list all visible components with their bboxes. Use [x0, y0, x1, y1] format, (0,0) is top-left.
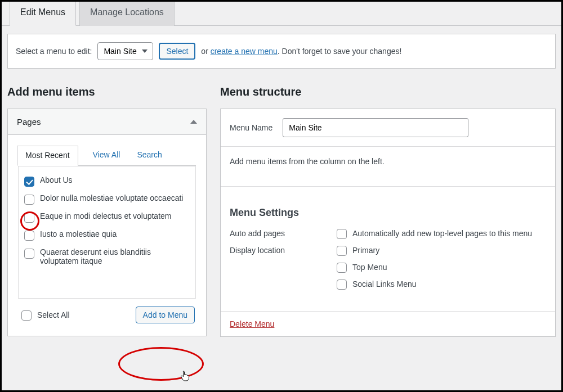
- caret-up-icon: [190, 120, 197, 124]
- location-social-checkbox[interactable]: [337, 280, 347, 290]
- menu-name-label: Menu Name: [230, 123, 272, 132]
- list-item[interactable]: Eaque in modi delectus et voluptatem: [22, 208, 192, 226]
- select-all-label: Select All: [37, 310, 70, 319]
- page-checkbox[interactable]: [24, 213, 34, 223]
- menu-settings-title: Menu Settings: [230, 207, 546, 219]
- select-bar-tail: or create a new menu. Don't forget to sa…: [201, 47, 401, 56]
- menu-structure-box: Menu Name Add menu items from the column…: [220, 109, 556, 337]
- select-all-checkbox[interactable]: [21, 310, 32, 321]
- subtab-view-all[interactable]: View All: [91, 146, 123, 166]
- menu-name-input[interactable]: [283, 118, 468, 137]
- page-checkbox[interactable]: [24, 231, 34, 241]
- pages-accordion: Pages Most Recent View All Search About …: [7, 109, 207, 336]
- menu-select-bar: Select a menu to edit: Main Site Select …: [7, 34, 556, 69]
- cursor-hand-icon: [180, 370, 190, 384]
- display-location-label: Display location: [230, 245, 337, 255]
- location-topmenu-checkbox[interactable]: [337, 263, 347, 273]
- create-new-menu-link[interactable]: create a new menu: [211, 47, 278, 56]
- add-to-menu-button[interactable]: Add to Menu: [136, 307, 195, 323]
- tab-manage-locations[interactable]: Manage Locations: [79, 1, 175, 26]
- select-menu-label: Select a menu to edit:: [16, 47, 92, 56]
- page-checkbox[interactable]: [24, 249, 34, 259]
- list-item[interactable]: Dolor nulla molestiae voluptate occaecat…: [22, 190, 192, 208]
- location-primary-checkbox[interactable]: [337, 246, 347, 256]
- auto-add-checkbox[interactable]: [337, 229, 347, 239]
- list-item[interactable]: Quaerat deserunt eius blanditiis volupta…: [22, 244, 192, 269]
- subtab-most-recent[interactable]: Most Recent: [17, 146, 78, 166]
- annotation-ellipse-icon: [118, 347, 204, 381]
- delete-menu-link[interactable]: Delete Menu: [230, 319, 274, 328]
- subtab-search[interactable]: Search: [135, 146, 164, 166]
- list-item[interactable]: About Us: [22, 172, 192, 190]
- menu-empty-hint: Add menu items from the column on the le…: [230, 157, 546, 166]
- select-menu-button[interactable]: Select: [159, 43, 195, 60]
- list-item[interactable]: Iusto a molestiae quia: [22, 226, 192, 244]
- menu-select-dropdown[interactable]: Main Site: [97, 42, 153, 60]
- pages-list[interactable]: About Us Dolor nulla molestiae voluptate…: [18, 166, 196, 299]
- auto-add-pages-label: Auto add pages: [230, 228, 337, 238]
- page-checkbox[interactable]: [24, 195, 34, 205]
- page-checkbox[interactable]: [24, 177, 34, 187]
- pages-subtabs: Most Recent View All Search: [18, 145, 196, 166]
- pages-accordion-header[interactable]: Pages: [8, 109, 206, 135]
- add-menu-items-title: Add menu items: [7, 85, 207, 98]
- tab-edit-menus[interactable]: Edit Menus: [10, 1, 76, 26]
- menu-structure-title: Menu structure: [220, 85, 556, 98]
